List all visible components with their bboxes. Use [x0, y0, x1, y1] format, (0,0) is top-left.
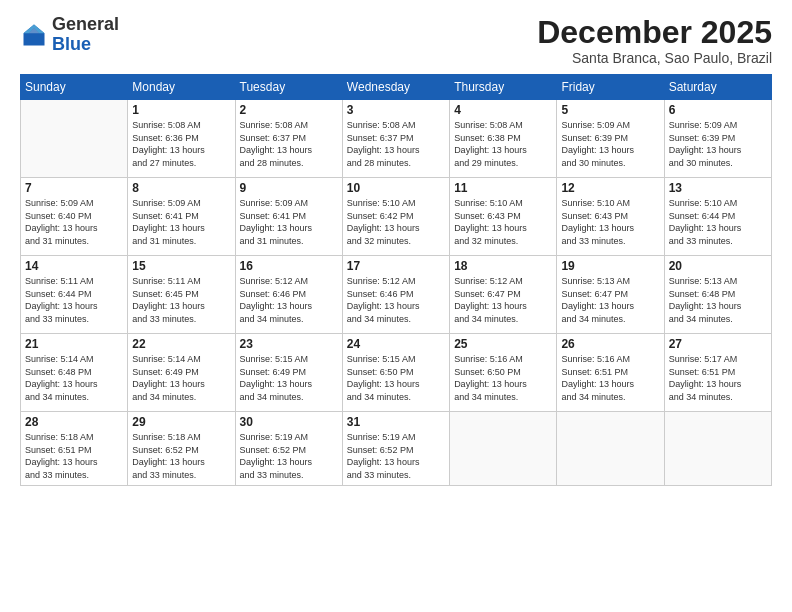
day-number: 23	[240, 337, 338, 351]
calendar-day-cell: 28Sunrise: 5:18 AM Sunset: 6:51 PM Dayli…	[21, 412, 128, 485]
calendar-day-cell: 22Sunrise: 5:14 AM Sunset: 6:49 PM Dayli…	[128, 334, 235, 412]
calendar-table: SundayMondayTuesdayWednesdayThursdayFrid…	[20, 74, 772, 485]
day-number: 8	[132, 181, 230, 195]
weekday-header: Saturday	[664, 75, 771, 100]
calendar-week-row: 21Sunrise: 5:14 AM Sunset: 6:48 PM Dayli…	[21, 334, 772, 412]
calendar-day-cell: 8Sunrise: 5:09 AM Sunset: 6:41 PM Daylig…	[128, 178, 235, 256]
calendar-day-cell: 16Sunrise: 5:12 AM Sunset: 6:46 PM Dayli…	[235, 256, 342, 334]
day-info: Sunrise: 5:17 AM Sunset: 6:51 PM Dayligh…	[669, 353, 767, 403]
day-number: 13	[669, 181, 767, 195]
day-info: Sunrise: 5:10 AM Sunset: 6:44 PM Dayligh…	[669, 197, 767, 247]
day-number: 15	[132, 259, 230, 273]
calendar-day-cell: 1Sunrise: 5:08 AM Sunset: 6:36 PM Daylig…	[128, 100, 235, 178]
day-info: Sunrise: 5:10 AM Sunset: 6:42 PM Dayligh…	[347, 197, 445, 247]
day-number: 31	[347, 415, 445, 429]
day-number: 3	[347, 103, 445, 117]
day-number: 7	[25, 181, 123, 195]
page: General Blue December 2025 Santa Branca,…	[0, 0, 792, 612]
calendar-day-cell: 30Sunrise: 5:19 AM Sunset: 6:52 PM Dayli…	[235, 412, 342, 485]
day-number: 19	[561, 259, 659, 273]
calendar-day-cell: 5Sunrise: 5:09 AM Sunset: 6:39 PM Daylig…	[557, 100, 664, 178]
month-title: December 2025	[537, 15, 772, 50]
day-number: 25	[454, 337, 552, 351]
day-info: Sunrise: 5:12 AM Sunset: 6:46 PM Dayligh…	[347, 275, 445, 325]
calendar-day-cell: 6Sunrise: 5:09 AM Sunset: 6:39 PM Daylig…	[664, 100, 771, 178]
calendar-day-cell: 12Sunrise: 5:10 AM Sunset: 6:43 PM Dayli…	[557, 178, 664, 256]
day-info: Sunrise: 5:08 AM Sunset: 6:38 PM Dayligh…	[454, 119, 552, 169]
calendar-day-cell: 14Sunrise: 5:11 AM Sunset: 6:44 PM Dayli…	[21, 256, 128, 334]
day-info: Sunrise: 5:19 AM Sunset: 6:52 PM Dayligh…	[347, 431, 445, 481]
day-info: Sunrise: 5:18 AM Sunset: 6:51 PM Dayligh…	[25, 431, 123, 481]
day-info: Sunrise: 5:08 AM Sunset: 6:36 PM Dayligh…	[132, 119, 230, 169]
day-info: Sunrise: 5:13 AM Sunset: 6:48 PM Dayligh…	[669, 275, 767, 325]
header: General Blue December 2025 Santa Branca,…	[20, 15, 772, 66]
calendar-day-cell: 19Sunrise: 5:13 AM Sunset: 6:47 PM Dayli…	[557, 256, 664, 334]
day-info: Sunrise: 5:14 AM Sunset: 6:49 PM Dayligh…	[132, 353, 230, 403]
weekday-header: Friday	[557, 75, 664, 100]
day-info: Sunrise: 5:09 AM Sunset: 6:40 PM Dayligh…	[25, 197, 123, 247]
day-number: 30	[240, 415, 338, 429]
day-info: Sunrise: 5:13 AM Sunset: 6:47 PM Dayligh…	[561, 275, 659, 325]
day-info: Sunrise: 5:14 AM Sunset: 6:48 PM Dayligh…	[25, 353, 123, 403]
day-number: 12	[561, 181, 659, 195]
calendar-day-cell	[450, 412, 557, 485]
day-info: Sunrise: 5:10 AM Sunset: 6:43 PM Dayligh…	[561, 197, 659, 247]
calendar-week-row: 28Sunrise: 5:18 AM Sunset: 6:51 PM Dayli…	[21, 412, 772, 485]
calendar-day-cell: 13Sunrise: 5:10 AM Sunset: 6:44 PM Dayli…	[664, 178, 771, 256]
weekday-header: Wednesday	[342, 75, 449, 100]
day-number: 9	[240, 181, 338, 195]
calendar-day-cell: 18Sunrise: 5:12 AM Sunset: 6:47 PM Dayli…	[450, 256, 557, 334]
day-info: Sunrise: 5:16 AM Sunset: 6:50 PM Dayligh…	[454, 353, 552, 403]
calendar-week-row: 7Sunrise: 5:09 AM Sunset: 6:40 PM Daylig…	[21, 178, 772, 256]
day-number: 11	[454, 181, 552, 195]
calendar-day-cell: 7Sunrise: 5:09 AM Sunset: 6:40 PM Daylig…	[21, 178, 128, 256]
calendar-day-cell: 25Sunrise: 5:16 AM Sunset: 6:50 PM Dayli…	[450, 334, 557, 412]
day-info: Sunrise: 5:12 AM Sunset: 6:47 PM Dayligh…	[454, 275, 552, 325]
day-info: Sunrise: 5:09 AM Sunset: 6:39 PM Dayligh…	[669, 119, 767, 169]
calendar-day-cell: 2Sunrise: 5:08 AM Sunset: 6:37 PM Daylig…	[235, 100, 342, 178]
calendar-day-cell: 9Sunrise: 5:09 AM Sunset: 6:41 PM Daylig…	[235, 178, 342, 256]
calendar-day-cell: 24Sunrise: 5:15 AM Sunset: 6:50 PM Dayli…	[342, 334, 449, 412]
day-info: Sunrise: 5:09 AM Sunset: 6:41 PM Dayligh…	[132, 197, 230, 247]
calendar-day-cell: 15Sunrise: 5:11 AM Sunset: 6:45 PM Dayli…	[128, 256, 235, 334]
day-number: 18	[454, 259, 552, 273]
calendar-day-cell: 21Sunrise: 5:14 AM Sunset: 6:48 PM Dayli…	[21, 334, 128, 412]
day-info: Sunrise: 5:10 AM Sunset: 6:43 PM Dayligh…	[454, 197, 552, 247]
calendar-day-cell: 26Sunrise: 5:16 AM Sunset: 6:51 PM Dayli…	[557, 334, 664, 412]
day-number: 5	[561, 103, 659, 117]
day-number: 27	[669, 337, 767, 351]
calendar-header-row: SundayMondayTuesdayWednesdayThursdayFrid…	[21, 75, 772, 100]
calendar-day-cell: 29Sunrise: 5:18 AM Sunset: 6:52 PM Dayli…	[128, 412, 235, 485]
weekday-header: Tuesday	[235, 75, 342, 100]
day-info: Sunrise: 5:09 AM Sunset: 6:39 PM Dayligh…	[561, 119, 659, 169]
day-number: 14	[25, 259, 123, 273]
day-info: Sunrise: 5:08 AM Sunset: 6:37 PM Dayligh…	[347, 119, 445, 169]
calendar-day-cell	[21, 100, 128, 178]
day-info: Sunrise: 5:12 AM Sunset: 6:46 PM Dayligh…	[240, 275, 338, 325]
day-info: Sunrise: 5:09 AM Sunset: 6:41 PM Dayligh…	[240, 197, 338, 247]
day-number: 29	[132, 415, 230, 429]
day-number: 1	[132, 103, 230, 117]
day-number: 21	[25, 337, 123, 351]
location-subtitle: Santa Branca, Sao Paulo, Brazil	[537, 50, 772, 66]
day-number: 10	[347, 181, 445, 195]
calendar-day-cell: 4Sunrise: 5:08 AM Sunset: 6:38 PM Daylig…	[450, 100, 557, 178]
calendar-day-cell: 23Sunrise: 5:15 AM Sunset: 6:49 PM Dayli…	[235, 334, 342, 412]
calendar-day-cell: 10Sunrise: 5:10 AM Sunset: 6:42 PM Dayli…	[342, 178, 449, 256]
calendar-day-cell: 17Sunrise: 5:12 AM Sunset: 6:46 PM Dayli…	[342, 256, 449, 334]
calendar-day-cell: 3Sunrise: 5:08 AM Sunset: 6:37 PM Daylig…	[342, 100, 449, 178]
day-number: 4	[454, 103, 552, 117]
day-info: Sunrise: 5:16 AM Sunset: 6:51 PM Dayligh…	[561, 353, 659, 403]
day-number: 6	[669, 103, 767, 117]
logo-text: General Blue	[52, 15, 119, 55]
calendar-day-cell: 11Sunrise: 5:10 AM Sunset: 6:43 PM Dayli…	[450, 178, 557, 256]
day-info: Sunrise: 5:08 AM Sunset: 6:37 PM Dayligh…	[240, 119, 338, 169]
day-info: Sunrise: 5:19 AM Sunset: 6:52 PM Dayligh…	[240, 431, 338, 481]
day-number: 24	[347, 337, 445, 351]
day-number: 22	[132, 337, 230, 351]
weekday-header: Sunday	[21, 75, 128, 100]
day-info: Sunrise: 5:15 AM Sunset: 6:50 PM Dayligh…	[347, 353, 445, 403]
day-number: 28	[25, 415, 123, 429]
calendar-day-cell	[664, 412, 771, 485]
weekday-header: Monday	[128, 75, 235, 100]
